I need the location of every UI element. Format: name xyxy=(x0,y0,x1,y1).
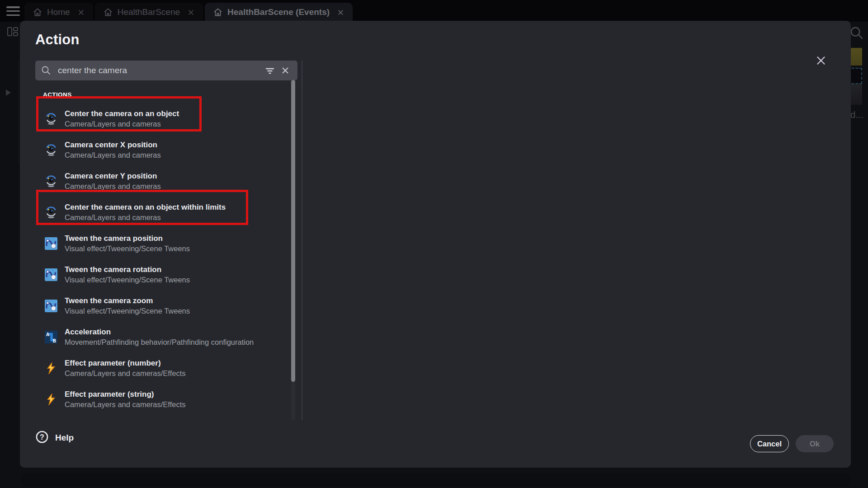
action-item-title: Center the camera on an object xyxy=(65,108,179,119)
tween-icon xyxy=(44,299,58,313)
action-list-item[interactable]: Center the camera on an object Camera/La… xyxy=(35,108,179,129)
action-item-title: Center the camera on an object within li… xyxy=(65,202,226,212)
dialog-close-button[interactable] xyxy=(813,52,829,69)
webcam-icon xyxy=(44,112,58,126)
dialog-title: Action xyxy=(35,32,80,48)
action-list-item[interactable]: Effect parameter (number) Camera/Layers … xyxy=(35,358,185,379)
panel-divider xyxy=(302,61,302,420)
cancel-button[interactable]: Cancel xyxy=(750,435,789,452)
ok-button[interactable]: Ok xyxy=(796,435,834,452)
action-item-title: Effect parameter (string) xyxy=(65,389,185,399)
bolt-icon xyxy=(44,393,58,406)
help-icon: ? xyxy=(35,430,49,446)
action-item-path: Visual effect/Tweening/Scene Tweens xyxy=(65,306,190,316)
actions-section-label: ACTIONS xyxy=(43,91,302,98)
action-list-item[interactable]: Tween the camera rotation Visual effect/… xyxy=(35,264,190,285)
action-item-title: Acceleration xyxy=(65,327,254,337)
help-button[interactable]: ? Help xyxy=(35,430,74,446)
help-label: Help xyxy=(55,433,74,443)
action-item-path: Movement/Pathfinding behavior/Pathfindin… xyxy=(65,337,254,347)
action-list-item[interactable]: Effect parameter (string) Camera/Layers … xyxy=(35,389,185,410)
svg-text:B: B xyxy=(53,338,56,343)
action-list-item[interactable]: Tween the camera position Visual effect/… xyxy=(35,233,190,254)
action-results-list: ACTIONS Center the camera on an object C… xyxy=(35,80,302,420)
action-item-path: Camera/Layers and cameras xyxy=(65,150,161,160)
action-dialog: Action ACTIONS Center the camera on a xyxy=(20,21,851,468)
filter-icon[interactable] xyxy=(262,63,278,78)
search-input[interactable] xyxy=(57,65,262,76)
action-list-item[interactable]: Tween the camera zoom Visual effect/Twee… xyxy=(35,296,190,316)
action-item-path: Visual effect/Tweening/Scene Tweens xyxy=(65,244,190,254)
webcam-icon xyxy=(44,206,58,219)
action-item-path: Camera/Layers and cameras xyxy=(65,181,161,192)
action-item-path: Visual effect/Tweening/Scene Tweens xyxy=(65,275,190,285)
search-icon xyxy=(41,65,52,76)
action-item-path: Camera/Layers and cameras/Effects xyxy=(65,399,185,410)
tween-icon xyxy=(44,237,58,250)
action-list-item[interactable]: Center the camera on an object within li… xyxy=(35,202,226,223)
scrollbar-thumb[interactable] xyxy=(291,80,295,382)
action-list-item[interactable]: AB Acceleration Movement/Pathfinding beh… xyxy=(35,327,254,347)
action-item-title: Tween the camera position xyxy=(65,233,190,244)
action-item-path: Camera/Layers and cameras/Effects xyxy=(65,368,185,379)
svg-text:A: A xyxy=(46,332,50,337)
action-item-path: Camera/Layers and cameras xyxy=(65,212,226,223)
tween-icon xyxy=(44,268,58,282)
action-item-title: Tween the camera rotation xyxy=(65,264,190,275)
clear-search-icon[interactable] xyxy=(278,63,293,78)
action-item-title: Tween the camera zoom xyxy=(65,296,190,306)
action-list-item[interactable]: Camera center X position Camera/Layers a… xyxy=(35,140,161,160)
action-item-title: Camera center Y position xyxy=(65,171,161,181)
action-item-path: Camera/Layers and cameras xyxy=(65,119,179,129)
webcam-icon xyxy=(44,174,58,188)
action-search-bar xyxy=(35,61,297,80)
action-list-item[interactable]: Camera center Y position Camera/Layers a… xyxy=(35,171,161,192)
svg-text:?: ? xyxy=(40,433,44,441)
webcam-icon xyxy=(44,143,58,157)
action-item-title: Effect parameter (number) xyxy=(65,358,185,368)
bolt-icon xyxy=(44,361,58,375)
action-item-title: Camera center X position xyxy=(65,140,161,150)
pathfinding-icon: AB xyxy=(44,330,58,344)
